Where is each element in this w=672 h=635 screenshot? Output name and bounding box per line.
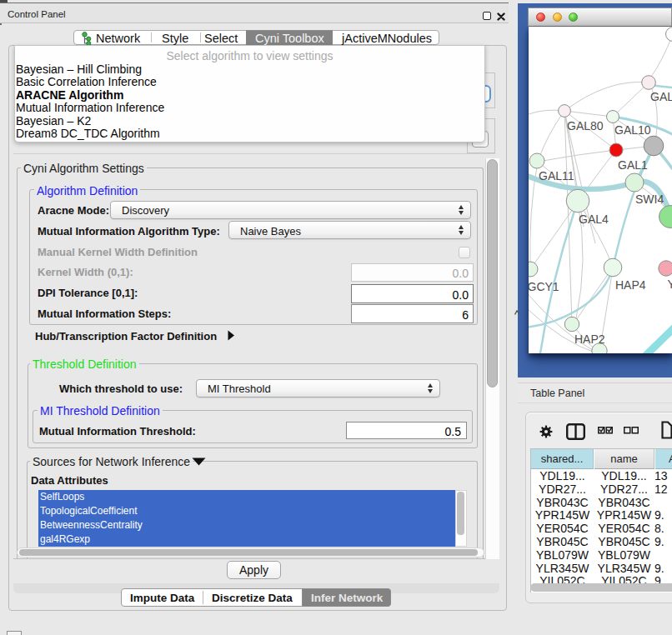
- svg-text:HAP2: HAP2: [574, 332, 605, 346]
- svg-text:GCY1: GCY1: [529, 280, 559, 293]
- svg-text:GAL: GAL: [650, 90, 672, 103]
- svg-text:HAP4: HAP4: [615, 278, 646, 292]
- svg-text:Y: Y: [668, 278, 672, 291]
- svg-text:GAL1: GAL1: [618, 158, 648, 172]
- svg-text:GAL4: GAL4: [579, 212, 609, 226]
- svg-text:GAL10: GAL10: [614, 123, 651, 137]
- svg-text:SWI4: SWI4: [635, 192, 664, 206]
- svg-text:GAL80: GAL80: [567, 119, 604, 132]
- svg-text:GAL11: GAL11: [539, 169, 574, 182]
